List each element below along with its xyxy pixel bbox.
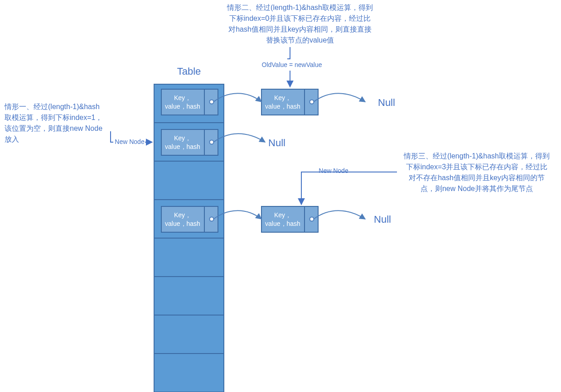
node-text: value，hash	[165, 143, 200, 150]
svg-rect-5	[161, 129, 204, 155]
null-label: Null	[268, 137, 285, 148]
svg-text:替换该节点的value值: 替换该节点的value值	[266, 36, 334, 44]
case1-label: New Node	[115, 138, 145, 145]
link-arrow	[314, 210, 365, 219]
node-row0-chain1: Key， value，hash	[261, 89, 318, 115]
node-text: Key，	[174, 94, 191, 101]
node-text: value，hash	[165, 103, 200, 110]
table-row	[154, 161, 224, 200]
link-arrow	[314, 93, 365, 102]
svg-text:该位置为空，则直接new Node: 该位置为空，则直接new Node	[5, 124, 102, 132]
case1-text: 情形一、经过(length-1)&hash 取模运算，得到下标index=1， …	[4, 103, 103, 143]
node-text: value，hash	[165, 220, 200, 227]
node-text: Key，	[274, 211, 291, 219]
case2-text: 情形二、经过(length-1)&hash取模运算，得到 下标index=0并且…	[227, 4, 373, 44]
svg-text:点，则new Node并将其作为尾节点: 点，则new Node并将其作为尾节点	[421, 185, 533, 192]
case3-label: New Node	[319, 167, 348, 174]
node-text: value，hash	[265, 103, 300, 110]
svg-rect-7	[161, 206, 204, 232]
hashmap-diagram: Table Key， value，hash Key， value，hash	[0, 0, 561, 392]
svg-text:情形二、经过(length-1)&hash取模运算，得到: 情形二、经过(length-1)&hash取模运算，得到	[227, 4, 373, 11]
case2-label: OldValue = newValue	[262, 61, 322, 68]
node-text: value，hash	[265, 220, 300, 227]
svg-text:对不存在hash值相同并且key内容相同的节: 对不存在hash值相同并且key内容相同的节	[409, 174, 545, 182]
svg-text:取模运算，得到下标index=1，: 取模运算，得到下标index=1，	[5, 114, 103, 121]
svg-rect-3	[261, 89, 305, 115]
pointer-dot-icon	[210, 217, 214, 221]
case1-connector	[111, 131, 113, 142]
node-row0-inner: Key， value，hash	[161, 89, 218, 115]
table-row	[154, 238, 224, 277]
null-label: Null	[374, 214, 391, 225]
pointer-dot-icon	[210, 100, 214, 104]
node-text: Key，	[174, 211, 191, 219]
pointer-dot-icon	[210, 140, 214, 144]
case2-connector	[287, 47, 290, 59]
pointer-dot-icon	[310, 100, 314, 104]
table-row	[154, 277, 224, 315]
svg-text:对hash值相同并且key内容相同，则直接直接: 对hash值相同并且key内容相同，则直接直接	[228, 25, 372, 33]
table-row	[154, 315, 224, 354]
svg-rect-9	[261, 206, 305, 232]
node-row3-chain1: Key， value，hash	[261, 206, 318, 232]
svg-text:情形三、经过(length-1)&hash取模运算，得到: 情形三、经过(length-1)&hash取模运算，得到	[403, 152, 550, 160]
null-label: Null	[378, 97, 395, 108]
svg-text:情形一、经过(length-1)&hash: 情形一、经过(length-1)&hash	[4, 103, 100, 110]
node-row1-inner: Key， value，hash	[161, 129, 218, 155]
svg-text:下标index=3并且该下标已存在内容，经过比: 下标index=3并且该下标已存在内容，经过比	[406, 163, 548, 171]
svg-text:下标index=0并且该下标已存在内容，经过比: 下标index=0并且该下标已存在内容，经过比	[229, 14, 371, 22]
table-row	[154, 354, 224, 392]
node-text: Key，	[174, 134, 191, 142]
svg-rect-1	[161, 89, 204, 115]
table-title: Table	[177, 66, 201, 77]
node-text: Key，	[274, 94, 291, 101]
node-row3-inner: Key， value，hash	[161, 206, 218, 232]
case3-connector	[301, 172, 397, 177]
case3-text: 情形三、经过(length-1)&hash取模运算，得到 下标index=3并且…	[403, 152, 550, 192]
pointer-dot-icon	[310, 217, 314, 221]
svg-text:放入: 放入	[5, 135, 19, 143]
